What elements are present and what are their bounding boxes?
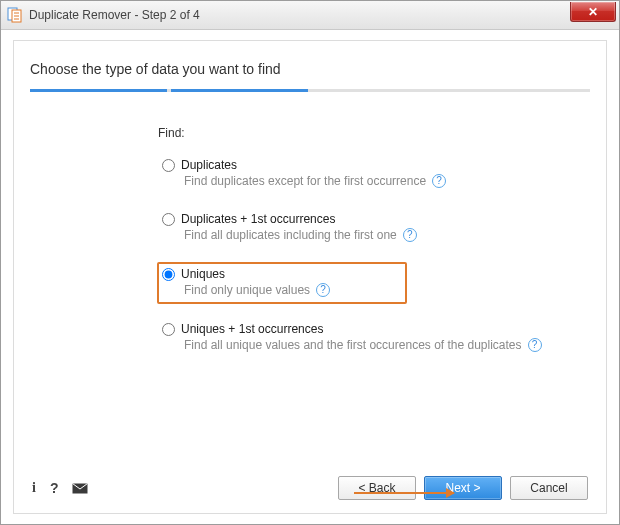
info-icon[interactable]: i xyxy=(32,480,36,496)
option-desc: Find all unique values and the first occ… xyxy=(184,338,578,352)
option-title: Duplicates xyxy=(181,158,237,172)
mail-icon[interactable] xyxy=(72,483,88,494)
back-button[interactable]: < Back xyxy=(338,476,416,500)
option-opt-dup1: Duplicates + 1st occurrencesFind all dup… xyxy=(158,208,584,248)
option-help-icon[interactable]: ? xyxy=(432,174,446,188)
option-opt-dup: DuplicatesFind duplicates except for the… xyxy=(158,154,584,194)
cancel-button[interactable]: Cancel xyxy=(510,476,588,500)
option-desc-text: Find only unique values xyxy=(184,283,310,297)
find-label: Find: xyxy=(158,126,584,140)
window-title: Duplicate Remover - Step 2 of 4 xyxy=(29,8,200,22)
option-desc-text: Find duplicates except for the first occ… xyxy=(184,174,426,188)
option-desc-text: Find all unique values and the first occ… xyxy=(184,338,522,352)
close-button[interactable]: ✕ xyxy=(570,2,616,22)
option-desc-text: Find all duplicates including the first … xyxy=(184,228,397,242)
option-help-icon[interactable]: ? xyxy=(316,283,330,297)
option-desc: Find only unique values? xyxy=(184,283,400,297)
option-row[interactable]: Uniques + 1st occurrences xyxy=(162,322,578,336)
option-row[interactable]: Duplicates + 1st occurrences xyxy=(162,212,578,226)
option-row[interactable]: Uniques xyxy=(162,267,400,281)
wizard-panel: Choose the type of data you want to find… xyxy=(13,40,607,514)
titlebar: Duplicate Remover - Step 2 of 4 ✕ xyxy=(1,1,619,30)
next-button[interactable]: Next > xyxy=(424,476,502,500)
options-area: Find: DuplicatesFind duplicates except f… xyxy=(28,92,592,471)
app-icon xyxy=(7,7,23,23)
client-area: Choose the type of data you want to find… xyxy=(1,30,619,524)
wizard-window: Duplicate Remover - Step 2 of 4 ✕ Choose… xyxy=(0,0,620,525)
radio-opt-dup1[interactable] xyxy=(162,213,175,226)
close-icon: ✕ xyxy=(588,5,598,19)
radio-opt-uni1[interactable] xyxy=(162,323,175,336)
option-title: Uniques xyxy=(181,267,225,281)
annotation-arrow xyxy=(354,492,454,494)
option-title: Duplicates + 1st occurrences xyxy=(181,212,335,226)
radio-opt-dup[interactable] xyxy=(162,159,175,172)
option-title: Uniques + 1st occurrences xyxy=(181,322,323,336)
option-desc: Find duplicates except for the first occ… xyxy=(184,174,578,188)
option-opt-uni: UniquesFind only unique values? xyxy=(157,262,407,304)
option-opt-uni1: Uniques + 1st occurrencesFind all unique… xyxy=(158,318,584,358)
option-row[interactable]: Duplicates xyxy=(162,158,578,172)
radio-opt-uni[interactable] xyxy=(162,268,175,281)
option-desc: Find all duplicates including the first … xyxy=(184,228,578,242)
footer: i ? < Back Next > Cancel xyxy=(28,471,592,505)
option-help-icon[interactable]: ? xyxy=(528,338,542,352)
help-icon[interactable]: ? xyxy=(50,480,59,496)
option-help-icon[interactable]: ? xyxy=(403,228,417,242)
page-heading: Choose the type of data you want to find xyxy=(30,61,590,77)
